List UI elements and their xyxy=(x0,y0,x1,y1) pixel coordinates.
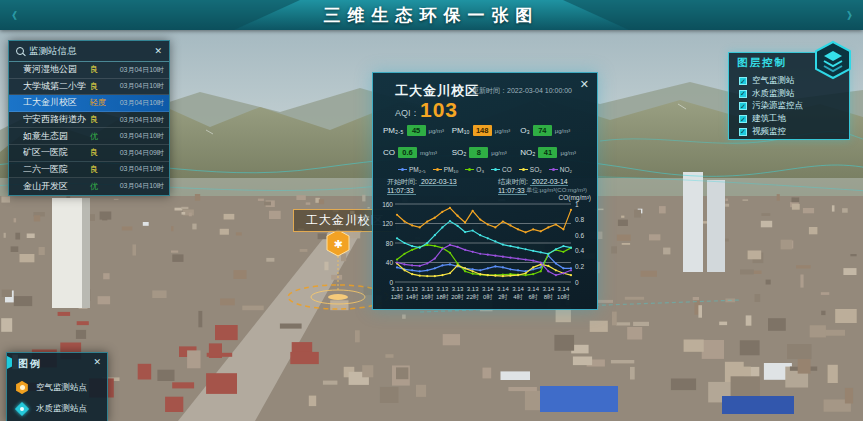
pollutant-label: SO₂ xyxy=(452,148,467,157)
station-time: 03月04日10时 xyxy=(116,65,164,75)
layer-item[interactable]: ✓ 水质监测站 xyxy=(739,88,845,101)
chart-legend-item[interactable]: PM₂.₅ xyxy=(398,166,426,173)
map-legend-label: 水质监测站点 xyxy=(36,403,87,415)
svg-text:3.13: 3.13 xyxy=(452,286,464,292)
layer-checkbox[interactable]: ✓ xyxy=(739,90,747,98)
pollutant-label: NO₂ xyxy=(520,148,535,157)
station-time: 03月04日09时 xyxy=(116,148,164,158)
layer-label: 水质监测站 xyxy=(752,88,795,100)
pollutant-cell: PM₂.₅ 45 μg/m³ xyxy=(383,125,452,136)
chart-legend-item[interactable]: SO₂ xyxy=(519,166,542,173)
svg-text:10时: 10时 xyxy=(557,294,570,300)
legend-line-icon xyxy=(433,169,442,170)
layer-label: 建筑工地 xyxy=(752,113,786,125)
station-time: 03月04日10时 xyxy=(116,115,164,125)
station-panel-title: 监测站信息 xyxy=(29,45,77,58)
pollutant-unit: μg/m³ xyxy=(491,150,506,156)
station-grade: 轻度 xyxy=(90,97,116,108)
pollutant-label: CO xyxy=(383,148,395,157)
chart-legend: PM₂.₅ PM₁₀ O₃ CO SO₂ NO₂ xyxy=(377,166,593,173)
station-row[interactable]: 如意生态园 优 03月04日10时 xyxy=(9,128,169,145)
pollutant-unit: μg/m³ xyxy=(555,128,570,134)
pollutant-value-badge: 41 xyxy=(538,147,557,158)
map-legend-panel: 图例 ✕ 空气监测站点 水质监测站点 xyxy=(6,352,108,421)
svg-text:3.14: 3.14 xyxy=(482,286,494,292)
svg-text:3.13: 3.13 xyxy=(391,286,403,292)
aqi-value: 103 xyxy=(420,98,458,122)
layer-list: ✓ 空气监测站 ✓ 水质监测站 ✓ 污染源监控点 ✓ 建筑工地 ✓ 视频监控 xyxy=(739,75,845,138)
chart-legend-item[interactable]: NO₂ xyxy=(549,166,572,173)
layer-checkbox[interactable]: ✓ xyxy=(739,128,747,136)
station-time: 03月04日10时 xyxy=(116,164,164,174)
svg-text:12时: 12时 xyxy=(391,294,404,300)
station-row[interactable]: 宁安西路街道办 良 03月04日10时 xyxy=(9,112,169,129)
station-name: 黄河湿地公园 xyxy=(23,63,90,76)
station-row[interactable]: 工大金川校区 轻度 03月04日10时 xyxy=(9,95,169,112)
svg-text:0.8: 0.8 xyxy=(575,216,584,223)
station-name: 工大金川校区 xyxy=(23,96,90,109)
layers-hex-icon[interactable] xyxy=(812,40,854,80)
station-row[interactable]: 二六一医院 良 03月04日10时 xyxy=(9,162,169,179)
pollutant-unit: μg/m³ xyxy=(429,128,444,134)
svg-text:3.14: 3.14 xyxy=(527,286,539,292)
pollutant-label: PM₁₀ xyxy=(452,126,470,135)
pollutant-label: PM₂.₅ xyxy=(383,126,404,135)
svg-text:CO(mg/m³): CO(mg/m³) xyxy=(559,194,592,202)
legend-name: O₃ xyxy=(476,166,484,173)
layer-checkbox[interactable]: ✓ xyxy=(739,115,747,123)
pollutant-value-badge: 74 xyxy=(533,125,552,136)
layer-label: 污染源监控点 xyxy=(752,100,803,112)
layer-checkbox[interactable]: ✓ xyxy=(739,102,747,110)
station-panel: 监测站信息 ✕ 黄河湿地公园 良 03月04日10时 大学城第二小学 良 03月… xyxy=(8,40,170,196)
svg-text:3.14: 3.14 xyxy=(497,286,509,292)
station-time: 03月04日10时 xyxy=(116,81,164,91)
chart-legend-item[interactable]: PM₁₀ xyxy=(433,166,459,173)
station-row[interactable]: 大学城第二小学 良 03月04日10时 xyxy=(9,79,169,96)
aqi-label: AQI： xyxy=(395,107,420,120)
svg-text:18时: 18时 xyxy=(436,294,449,300)
map-legend-icon xyxy=(15,381,29,395)
svg-text:160: 160 xyxy=(382,201,393,208)
station-list: 黄河湿地公园 良 03月04日10时 大学城第二小学 良 03月04日10时 工… xyxy=(9,62,169,195)
chart-legend-item[interactable]: O₃ xyxy=(465,166,484,173)
map-legend-list: 空气监测站点 水质监测站点 xyxy=(15,377,103,419)
update-time-value: 2022-03-04 10:00:00 xyxy=(507,87,572,94)
pollutant-value-badge: 8 xyxy=(469,147,488,158)
pollutant-trend-chart: 0408012016000.20.40.60.81CO(mg/m³)3.1312… xyxy=(379,194,591,306)
pollutant-unit: μg/m³ xyxy=(560,150,575,156)
svg-text:3.13: 3.13 xyxy=(421,286,433,292)
pollutant-unit: mg/m³ xyxy=(420,150,437,156)
map-legend-icon xyxy=(15,402,29,416)
legend-line-icon xyxy=(519,169,528,170)
layer-checkbox[interactable]: ✓ xyxy=(739,77,747,85)
pollutant-cell: NO₂ 41 μg/m³ xyxy=(520,147,589,158)
layer-item[interactable]: ✓ 建筑工地 xyxy=(739,113,845,126)
svg-text:8时: 8时 xyxy=(544,294,553,300)
legend-line-icon xyxy=(398,169,407,170)
station-grade: 优 xyxy=(90,131,116,142)
station-row[interactable]: 矿区一医院 良 03月04日09时 xyxy=(9,145,169,162)
white-tower-side xyxy=(82,198,90,308)
svg-text:0: 0 xyxy=(575,279,579,286)
station-name: 宁安西路街道办 xyxy=(23,113,90,126)
marker-fan-icon: ✱ xyxy=(333,238,342,250)
station-panel-close-icon[interactable]: ✕ xyxy=(154,46,162,56)
map-legend-close-icon[interactable]: ✕ xyxy=(93,357,101,367)
svg-text:3.14: 3.14 xyxy=(512,286,524,292)
station-grade: 良 xyxy=(90,81,116,92)
station-row[interactable]: 金山开发区 优 03月04日10时 xyxy=(9,178,169,195)
grey-tower-2 xyxy=(707,180,725,272)
chart-legend-item[interactable]: CO xyxy=(491,166,512,173)
popup-close-icon[interactable]: ✕ xyxy=(580,78,589,91)
header-bar: 三维生态环保一张图 《 》 xyxy=(0,0,863,30)
svg-text:3.13: 3.13 xyxy=(467,286,479,292)
layer-item[interactable]: ✓ 污染源监控点 xyxy=(739,100,845,113)
map-legend-item: 空气监测站点 xyxy=(15,377,103,398)
layer-item[interactable]: ✓ 视频监控 xyxy=(739,125,845,138)
pollutant-value-badge: 45 xyxy=(407,125,426,136)
station-row[interactable]: 黄河湿地公园 良 03月04日10时 xyxy=(9,62,169,79)
start-time-label: 开始时间: xyxy=(387,178,417,185)
svg-text:22时: 22时 xyxy=(466,294,479,300)
layer-label: 视频监控 xyxy=(752,126,786,138)
svg-text:0: 0 xyxy=(389,279,393,286)
